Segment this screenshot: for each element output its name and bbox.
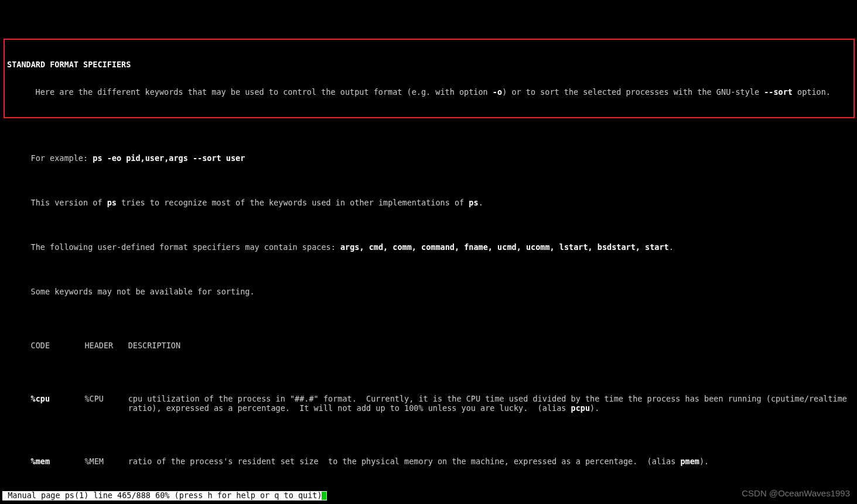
example-line: For example: ps -eo pid,user,args --sort… [2, 154, 857, 163]
section-title: STANDARD FORMAT SPECIFIERS [7, 60, 851, 70]
udf-line: The following user-defined format specif… [2, 243, 857, 252]
recognize-line: This version of ps tries to recognize mo… [2, 198, 857, 208]
watermark: CSDN @OceanWaves1993 [742, 488, 850, 498]
sort-note: Some keywords may not be available for s… [2, 287, 857, 297]
section-intro: Here are the different keywords that may… [7, 88, 851, 97]
cursor-icon [322, 492, 326, 500]
spec-row-cpu: %cpu %CPU cpu utilization of the process… [2, 395, 857, 413]
col-code-hdr: CODE [2, 341, 84, 351]
col-header-hdr: HEADER [84, 341, 128, 351]
spec-header-row: CODE HEADER DESCRIPTION [2, 341, 857, 351]
spec-row-mem: %mem %MEM ratio of the process's residen… [2, 457, 857, 467]
less-status-bar[interactable]: Manual page ps(1) line 465/888 60% (pres… [2, 491, 327, 500]
man-page-content[interactable]: STANDARD FORMAT SPECIFIERS Here are the … [0, 0, 857, 504]
section-header-box: STANDARD FORMAT SPECIFIERS Here are the … [4, 39, 855, 118]
col-desc-hdr: DESCRIPTION [128, 341, 857, 351]
